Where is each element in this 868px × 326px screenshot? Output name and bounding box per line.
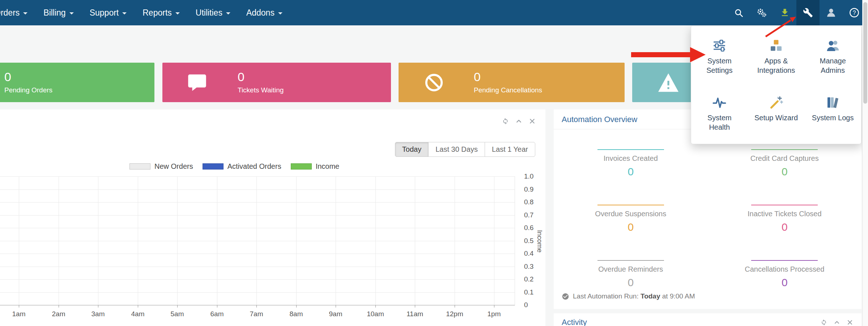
legend-item-new-orders: New Orders <box>129 162 193 171</box>
y-tick-label: 0.1 <box>524 288 533 297</box>
y-tick-label: 0.7 <box>524 211 533 220</box>
nav-item-addons[interactable]: Addons <box>238 0 290 25</box>
wizard-icon <box>769 94 783 111</box>
statbox-text: 0 Pending Cancellations <box>474 71 542 95</box>
metric-overdue-suspensions: Overdue Suspensions 0 <box>573 201 689 233</box>
grid-hline <box>0 279 515 280</box>
collapse-icon[interactable] <box>833 319 841 326</box>
wrench-icon[interactable] <box>796 0 820 25</box>
search-icon[interactable] <box>727 0 750 25</box>
axis-tick <box>19 305 19 308</box>
legend-swatch <box>291 163 312 170</box>
cubes-icon <box>769 37 783 54</box>
grid-hline <box>0 189 515 190</box>
grid-hline <box>0 176 515 177</box>
x-tick-label: 3am <box>84 310 112 318</box>
metric-line <box>751 205 818 205</box>
y-tick-label: 0.6 <box>524 223 533 232</box>
menu-item-label: System Settings <box>697 56 741 75</box>
menu-item-system-health[interactable]: System Health <box>691 85 748 142</box>
warning-icon <box>657 72 680 93</box>
sliders-icon <box>712 37 727 54</box>
nav-item-billing[interactable]: Billing <box>35 0 81 25</box>
chart-legend: New Orders Activated Orders Income <box>129 162 339 171</box>
refresh-icon[interactable] <box>820 319 827 326</box>
panel-title: Activity <box>562 318 587 326</box>
close-icon[interactable] <box>846 319 854 326</box>
menu-item-label: Manage Admins <box>811 56 855 75</box>
menu-item-system-logs[interactable]: System Logs <box>804 85 861 142</box>
grid-hline <box>0 202 515 202</box>
menu-item-label: Apps & Integrations <box>754 56 798 75</box>
automation-metrics: Invoices Created 0 Credit Card Captures … <box>554 146 861 289</box>
refresh-icon[interactable] <box>502 117 509 125</box>
grid-hline <box>0 215 515 216</box>
metric-label: Invoices Created <box>573 154 689 163</box>
menu-item-setup-wizard[interactable]: Setup Wizard <box>748 85 805 142</box>
menu-item-apps-integrations[interactable]: Apps & Integrations <box>748 28 805 85</box>
gears-icon[interactable] <box>750 0 773 25</box>
grid-hline <box>0 228 515 228</box>
grid-hline <box>0 254 515 254</box>
y-tick-label: 0.8 <box>524 198 533 206</box>
svg-text:?: ? <box>853 10 856 16</box>
x-tick-label: 4am <box>123 310 152 318</box>
y-tick-label: 1.0 <box>524 172 533 181</box>
check-circle-icon <box>562 293 569 300</box>
x-tick-label: 2am <box>44 310 73 318</box>
statbox-pending-orders[interactable]: 0 Pending Orders <box>0 63 154 102</box>
range-button-last-1-year[interactable]: Last 1 Year <box>485 142 535 157</box>
statbox-value: 0 <box>238 71 284 84</box>
metric-value: 0 <box>727 166 842 178</box>
axis-tick <box>336 305 336 308</box>
statbox-value: 0 <box>474 71 542 84</box>
axis-tick <box>415 305 415 308</box>
y-tick-label: 0.4 <box>524 249 533 258</box>
nav-item-label: Orders <box>0 8 20 18</box>
download-icon[interactable] <box>773 0 796 25</box>
metric-line <box>751 149 818 150</box>
last-automation-run: Last Automation Run: Today at 9:00 AM <box>562 292 695 300</box>
chevron-down-icon <box>23 12 27 14</box>
grid-hline <box>0 241 515 241</box>
x-tick-label: 8am <box>282 310 311 318</box>
statbox-label: Tickets Waiting <box>238 86 284 94</box>
statbox-pending-cancellations[interactable]: 0 Pending Cancellations <box>399 63 625 102</box>
x-tick-label: 6am <box>203 310 231 318</box>
axis-tick <box>138 305 138 308</box>
nav-item-support[interactable]: Support <box>82 0 135 25</box>
ban-icon <box>424 72 444 93</box>
range-button-today[interactable]: Today <box>395 142 429 157</box>
axis-tick <box>494 305 494 308</box>
scrollbar-thumb[interactable] <box>863 2 867 104</box>
collapse-icon[interactable] <box>515 117 523 125</box>
menu-item-system-settings[interactable]: System Settings <box>691 28 748 85</box>
admins-icon <box>825 37 841 54</box>
nav-icon-bar: ? <box>727 0 866 25</box>
metric-line <box>597 260 664 261</box>
tools-dropdown-menu: System Settings Apps & Integrations Mana… <box>691 25 861 144</box>
axis-tick <box>217 305 217 308</box>
nav-item-utilities[interactable]: Utilities <box>188 0 238 25</box>
metric-inactive-tickets-closed: Inactive Tickets Closed 0 <box>727 201 842 233</box>
statbox-tickets-waiting[interactable]: 0 Tickets Waiting <box>162 63 391 102</box>
statbox-label: Pending Cancellations <box>474 86 542 94</box>
account-icon[interactable] <box>820 0 843 25</box>
legend-label: New Orders <box>154 162 193 171</box>
legend-label: Income <box>316 162 340 171</box>
statbox-value: 0 <box>4 71 52 84</box>
panel-header: Activity <box>554 313 861 326</box>
x-tick-label: 10am <box>361 310 390 318</box>
statbox-label: Pending Orders <box>4 86 52 94</box>
x-tick-label: 1pm <box>480 310 509 318</box>
range-button-last-30-days[interactable]: Last 30 Days <box>428 142 485 157</box>
metric-value: 0 <box>573 276 689 289</box>
nav-item-reports[interactable]: Reports <box>135 0 188 25</box>
menu-item-manage-admins[interactable]: Manage Admins <box>804 28 861 85</box>
menu-item-label: System Health <box>697 113 741 132</box>
nav-item-label: Utilities <box>196 8 222 18</box>
panel-controls <box>820 319 854 326</box>
axis-tick <box>59 305 59 308</box>
close-icon[interactable] <box>528 117 536 125</box>
nav-item-orders[interactable]: Orders <box>0 0 35 25</box>
